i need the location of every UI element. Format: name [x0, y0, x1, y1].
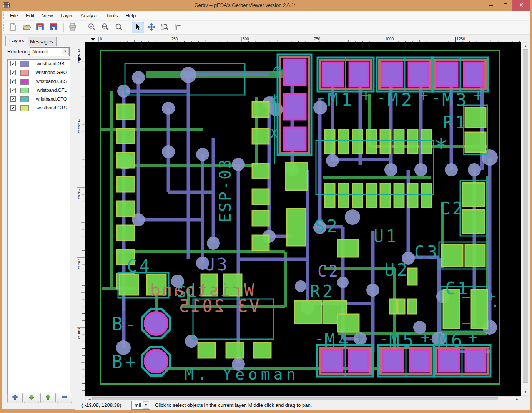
svg-text:M1: M1 — [328, 90, 355, 110]
layer-name: wristband.GBO — [36, 70, 67, 75]
layer-name: wristband.GTL — [37, 88, 67, 93]
move-layer-down-button[interactable] — [24, 393, 39, 403]
print-icon — [68, 23, 77, 33]
scroll-down-arrow[interactable]: ▼ — [522, 389, 529, 395]
pointer-button[interactable] — [132, 22, 144, 33]
rendering-value: Normal — [32, 49, 48, 55]
statusbar: ( -19.08, 1208.38) mil ▼ Click to select… — [75, 400, 530, 410]
toolbar-grip[interactable] — [3, 22, 5, 33]
svg-text:B+: B+ — [111, 351, 138, 372]
window-frame-bottom — [0, 410, 532, 413]
window-frame-right — [530, 11, 532, 410]
layer-color-swatch[interactable] — [20, 88, 29, 93]
top-ruler: 025050075010001250 — [85, 37, 521, 42]
left-ruler: 12501000750500250 — [77, 42, 85, 396]
pcb-canvas[interactable]: ⟳XX-M1+-M2+-M3+R1*C2S2U1C3U2C1R2C4S1B-B+… — [85, 42, 521, 396]
menu-analyze[interactable]: Analyze — [77, 11, 102, 21]
menu-tools[interactable]: Tools — [102, 11, 121, 21]
layer-color-swatch[interactable] — [20, 61, 29, 67]
zoom-out-icon — [101, 23, 110, 33]
maximize-button[interactable] — [499, 0, 512, 11]
tab-layers[interactable]: Layers — [5, 36, 28, 46]
svg-text:1250: 1250 — [457, 37, 466, 41]
svg-text:M3: M3 — [442, 90, 469, 110]
remove-layer-button[interactable] — [57, 393, 72, 403]
svg-text:R2: R2 — [310, 282, 335, 301]
layer-visibility-checkbox[interactable]: ✔ — [10, 61, 16, 66]
rendering-label: Rendering: — [7, 49, 32, 55]
layer-color-swatch[interactable] — [20, 70, 29, 76]
unit-select[interactable]: mil ▼ — [131, 401, 150, 410]
svg-text:-: - — [379, 330, 388, 348]
zoom-region-button[interactable] — [159, 22, 171, 33]
layer-visibility-checkbox[interactable]: ✔ — [10, 79, 16, 84]
layer-visibility-checkbox[interactable]: ✔ — [10, 88, 16, 93]
scroll-up-arrow[interactable]: ▲ — [522, 43, 529, 49]
save-as-button[interactable] — [34, 22, 46, 33]
layer-color-swatch[interactable] — [20, 105, 29, 111]
svg-text:U1: U1 — [374, 226, 399, 246]
menu-help[interactable]: Help — [121, 11, 140, 21]
close-button[interactable]: ✕ — [512, 0, 530, 11]
svg-text:C1: C1 — [445, 279, 470, 298]
toolbar-separator — [83, 23, 83, 32]
pan-icon — [147, 23, 156, 33]
svg-text:-: - — [314, 330, 324, 348]
menu-file[interactable]: File — [6, 11, 22, 21]
rendering-select[interactable]: Normal ▼ — [30, 47, 70, 56]
svg-text:V3 2015: V3 2015 — [177, 296, 259, 316]
new-button[interactable] — [7, 22, 19, 33]
measure-button[interactable] — [172, 22, 185, 33]
svg-text:1000: 1000 — [78, 118, 80, 134]
zoom-fit-button[interactable] — [113, 22, 125, 33]
move-layer-up-button[interactable] — [40, 393, 56, 403]
unit-value: mil — [135, 402, 141, 408]
window-title: Gerbv -- gEDA's Gerber Viewer version 2.… — [0, 0, 490, 11]
ruler-corner — [77, 37, 85, 42]
svg-text:750: 750 — [314, 37, 321, 41]
layer-row[interactable]: ✔wristband.GBO — [8, 68, 70, 77]
svg-text:M6: M6 — [437, 330, 465, 351]
sidebar: Layers Messages Rendering: Normal ▼ ✔wri… — [2, 35, 75, 409]
layer-row[interactable]: ✔wristband.GTO — [8, 95, 70, 104]
menu-edit[interactable]: Edit — [22, 11, 38, 21]
svg-text:-: - — [377, 89, 386, 106]
minimize-button[interactable] — [484, 0, 497, 11]
print-button[interactable] — [66, 22, 79, 33]
save-button[interactable] — [47, 22, 60, 33]
menubar-grip[interactable] — [3, 12, 5, 19]
svg-text:U3: U3 — [204, 255, 229, 274]
zoom-region-icon — [161, 23, 169, 33]
vertical-scrollbar[interactable]: ▲ ▼ — [522, 42, 529, 396]
chevron-down-icon: ▼ — [62, 48, 69, 55]
zoom-out-button[interactable] — [99, 22, 111, 33]
layer-color-swatch[interactable] — [20, 79, 29, 85]
svg-text:500: 500 — [243, 37, 249, 41]
layer-row[interactable]: ✔wristband.GTL — [8, 86, 70, 95]
pan-button[interactable] — [145, 22, 158, 33]
layer-row[interactable]: ✔wristband.GBS — [8, 77, 70, 86]
svg-text:C4: C4 — [127, 256, 152, 276]
layer-row[interactable]: ✔wristband.GBL — [8, 60, 70, 68]
status-hint: Click to select objects in the current l… — [155, 402, 312, 408]
open-button[interactable] — [20, 22, 33, 33]
layer-row[interactable]: ✔wristband.GTS — [8, 104, 70, 113]
remove-layer-icon — [61, 394, 68, 402]
svg-text:500: 500 — [78, 258, 80, 270]
menu-layer[interactable]: Layer — [57, 11, 77, 21]
zoom-in-button[interactable] — [86, 22, 98, 33]
layer-color-swatch[interactable] — [20, 96, 29, 102]
pointer-icon — [134, 23, 142, 33]
tab-messages[interactable]: Messages — [26, 37, 57, 46]
layer-visibility-checkbox[interactable]: ✔ — [10, 96, 16, 102]
svg-text:⟳: ⟳ — [273, 63, 284, 78]
svg-text:M. Yeoman: M. Yeoman — [185, 365, 299, 383]
menu-view[interactable]: View — [38, 11, 57, 21]
layer-visibility-checkbox[interactable]: ✔ — [10, 70, 16, 75]
svg-text:+: + — [419, 86, 428, 104]
svg-text:+: + — [474, 86, 483, 104]
window-frame-left — [0, 11, 2, 410]
layer-visibility-checkbox[interactable]: ✔ — [10, 105, 16, 111]
add-layer-button[interactable] — [7, 393, 23, 403]
vertical-scroll-thumb[interactable] — [523, 49, 528, 383]
